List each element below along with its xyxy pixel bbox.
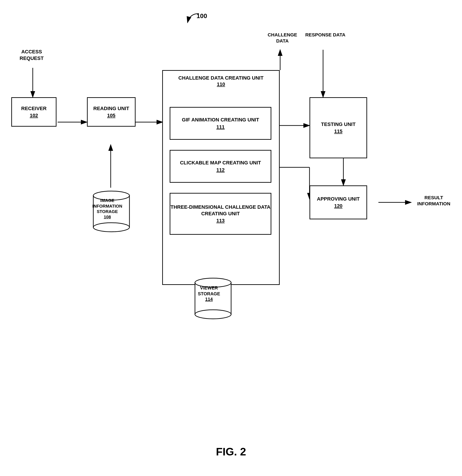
viewer-storage-cylinder: VIEWER STORAGE 114 <box>189 275 237 327</box>
challenge-data-label: CHALLENGE DATA <box>261 32 304 44</box>
reading-unit-box: READING UNIT 105 <box>87 97 136 127</box>
diagram: 100 ACCESS REQUEST CHALLENGE DATA RESPON… <box>0 0 462 476</box>
gif-animation-box: GIF ANIMATION CREATING UNIT 111 <box>170 107 271 140</box>
ref-arrow-svg <box>185 11 203 29</box>
image-storage-cylinder: IMAGE INFORMATION STORAGE 108 <box>87 188 136 240</box>
access-request-label: ACCESS REQUEST <box>11 49 52 61</box>
testing-unit-box: TESTING UNIT 115 <box>310 97 367 158</box>
receiver-box: RECEIVER 102 <box>11 97 57 127</box>
clickable-map-box: CLICKABLE MAP CREATING UNIT 112 <box>170 150 271 183</box>
approving-unit-box: APPROVING UNIT 120 <box>310 186 367 219</box>
three-d-box: THREE-DIMENSIONAL CHALLENGE DATA CREATIN… <box>170 193 271 235</box>
svg-point-22 <box>93 223 129 232</box>
response-data-label: RESPONSE DATA <box>305 32 346 38</box>
fig-label: FIG. 2 <box>0 445 462 458</box>
result-information-label: RESULT INFORMATION <box>411 195 456 207</box>
svg-point-25 <box>195 310 231 319</box>
challenge-data-outer-box: CHALLENGE DATA CREATING UNIT 110 GIF ANI… <box>162 70 280 285</box>
